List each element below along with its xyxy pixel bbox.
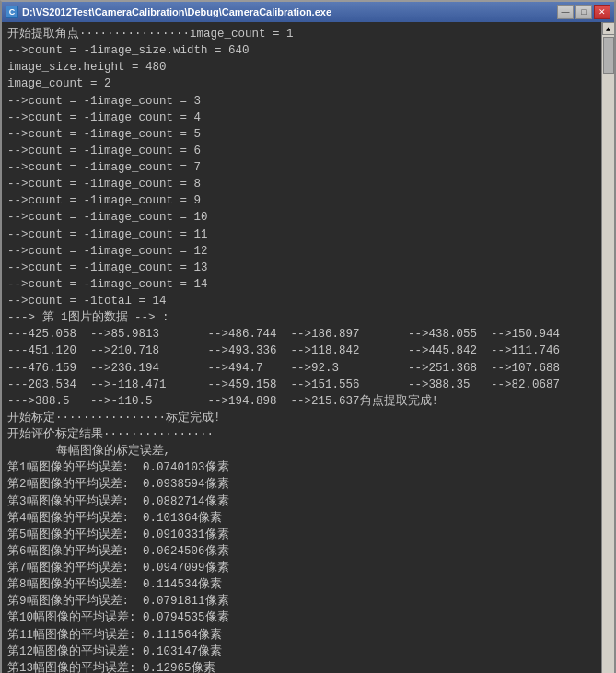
minimize-button[interactable]: — <box>557 5 574 19</box>
window-title: D:\VS2012Test\CameraCalibration\Debug\Ca… <box>22 6 331 17</box>
console-line: -->count = -1image_count = 5 <box>7 126 596 143</box>
console-line: -->count = -1image_count = 9 <box>7 192 596 209</box>
title-controls: — □ ✕ <box>557 5 610 19</box>
console-line: image_count = 2 <box>7 75 596 92</box>
console-line: -->count = -1image_count = 12 <box>7 243 596 260</box>
console-line: -->count = -1image_count = 6 <box>7 143 596 159</box>
scroll-up-button[interactable]: ▲ <box>602 22 615 35</box>
console-line: 第11幅图像的平均误差: 0.111564像素 <box>7 627 596 644</box>
console-line: 第13幅图像的平均误差: 0.12965像素 <box>7 660 596 673</box>
console-line: 第6幅图像的平均误差: 0.0624506像素 <box>7 543 596 560</box>
title-bar: C D:\VS2012Test\CameraCalibration\Debug\… <box>2 2 614 22</box>
maximize-button[interactable]: □ <box>575 5 592 19</box>
application-window: C D:\VS2012Test\CameraCalibration\Debug\… <box>0 0 616 673</box>
console-line: -->count = -1image_count = 13 <box>7 260 596 276</box>
console-line: 第4幅图像的平均误差: 0.101364像素 <box>7 510 596 527</box>
console-line: 开始评价标定结果················ <box>7 426 596 443</box>
scrollbar[interactable]: ▲ ▼ <box>601 22 614 673</box>
console-line: 开始提取角点················image_count = 1 <box>7 26 596 42</box>
console-line: image_size.height = 480 <box>7 59 596 75</box>
console-line: 第9幅图像的平均误差: 0.0791811像素 <box>7 593 596 609</box>
console-line: 第10幅图像的平均误差: 0.0794535像素 <box>7 609 596 626</box>
console-line: -->count = -1image_count = 11 <box>7 226 596 243</box>
console-line: 开始标定················标定完成! <box>7 410 596 426</box>
console-line: 第3幅图像的平均误差: 0.0882714像素 <box>7 493 596 510</box>
console-line: -->count = -1image_size.width = 640 <box>7 42 596 59</box>
console-line: 第1幅图像的平均误差: 0.0740103像素 <box>7 459 596 476</box>
console-line: ---203.534 -->-118.471 -->459.158 -->151… <box>7 377 596 393</box>
console-line: ---476.159 -->236.194 -->494.7 -->92.3 -… <box>7 360 596 377</box>
console-line: ---425.058 -->85.9813 -->486.744 -->186.… <box>7 326 596 342</box>
console-line: 第2幅图像的平均误差: 0.0938594像素 <box>7 476 596 493</box>
console-line: -->count = -1image_count = 10 <box>7 209 596 226</box>
title-bar-text: C D:\VS2012Test\CameraCalibration\Debug\… <box>6 6 331 18</box>
console-line: -->count = -1image_count = 14 <box>7 276 596 293</box>
main-wrapper: 开始提取角点················image_count = 1-->… <box>2 22 614 673</box>
console-line: ---451.120 -->210.718 -->493.336 -->118.… <box>7 342 596 359</box>
console-line: ---> 第 1图片的数据 --> : <box>7 309 596 326</box>
console-line: 第5幅图像的平均误差: 0.0910331像素 <box>7 527 596 543</box>
console-line: -->count = -1image_count = 4 <box>7 110 596 126</box>
console-line: 第8幅图像的平均误差: 0.114534像素 <box>7 576 596 593</box>
close-button[interactable]: ✕ <box>594 5 610 19</box>
console-line: 每幅图像的标定误差, <box>7 443 596 459</box>
console-line: 第12幅图像的平均误差: 0.103147像素 <box>7 644 596 660</box>
console-line: -->count = -1image_count = 7 <box>7 159 596 176</box>
console-output: 开始提取角点················image_count = 1-->… <box>2 22 601 673</box>
console-line: -->count = -1image_count = 3 <box>7 93 596 110</box>
console-line: -->count = -1total = 14 <box>7 293 596 309</box>
app-icon: C <box>6 6 18 18</box>
scroll-thumb[interactable] <box>603 37 614 74</box>
console-line: -->count = -1image_count = 8 <box>7 176 596 192</box>
console-line: 第7幅图像的平均误差: 0.0947099像素 <box>7 560 596 576</box>
console-line: --->388.5 -->-110.5 -->194.898 -->215.63… <box>7 393 596 410</box>
